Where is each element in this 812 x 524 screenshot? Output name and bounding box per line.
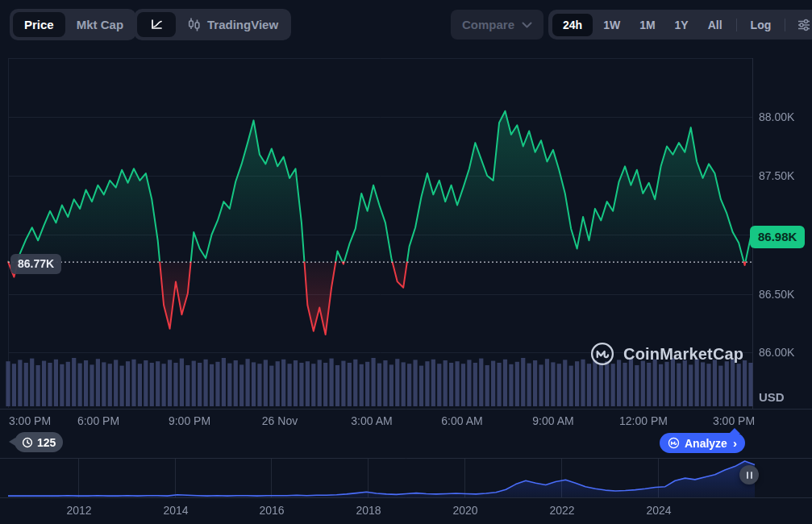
price-mktcap-toggle: Price Mkt Cap <box>10 9 136 40</box>
analyze-cmc-logo-icon <box>668 437 680 449</box>
range-1w-button[interactable]: 1W <box>594 14 629 36</box>
time-axis-tick: 3:00 PM <box>713 414 755 427</box>
time-axis-tick: 9:00 PM <box>169 414 210 427</box>
minimap-year-tick: 2022 <box>549 504 574 517</box>
chart-settings-button[interactable] <box>790 13 812 37</box>
candlestick-icon <box>187 17 201 32</box>
tradingview-label: TradingView <box>207 18 278 31</box>
price-axis-tick: 86.50K <box>759 288 794 301</box>
price-tab[interactable]: Price <box>13 12 65 37</box>
time-axis-tick: 26 Nov <box>262 414 298 427</box>
analyze-button[interactable]: Analyze › <box>660 433 745 453</box>
range-1y-button[interactable]: 1Y <box>666 14 697 36</box>
minimap-year-tick: 2016 <box>259 504 284 517</box>
mktcap-tab[interactable]: Mkt Cap <box>67 18 133 31</box>
compare-button[interactable]: Compare <box>451 10 543 40</box>
time-axis-tick: 3:00 PM <box>9 414 51 427</box>
divider <box>785 19 785 31</box>
history-minimap-region[interactable] <box>8 458 755 498</box>
range-all-button[interactable]: All <box>699 14 731 36</box>
time-axis-tick: 6:00 AM <box>441 414 482 427</box>
range-1m-button[interactable]: 1M <box>631 14 664 36</box>
currency-label: USD <box>759 390 785 404</box>
range-24h-button[interactable]: 24h <box>552 14 593 36</box>
line-chart-type-button[interactable] <box>137 12 176 37</box>
chart-page: Price Mkt Cap TradingView Com <box>0 0 812 524</box>
chart-type-toggle: TradingView <box>134 9 291 40</box>
time-axis-tick: 9:00 AM <box>532 414 573 427</box>
price-tab-label: Price <box>24 18 54 31</box>
baseline-price-badge: 86.77K <box>10 254 61 274</box>
price-axis-tick: 88.00K <box>759 110 794 123</box>
price-axis-tick: 87.50K <box>759 169 794 182</box>
time-range-group: 24h 1W 1M 1Y All Log <box>548 10 812 40</box>
time-axis-tick: 12:00 PM <box>619 414 668 427</box>
chevron-right-icon: › <box>733 436 737 450</box>
compare-label: Compare <box>462 18 514 31</box>
current-price-badge: 86.98K <box>750 226 805 248</box>
minimap-year-tick: 2014 <box>163 504 188 517</box>
sliders-icon <box>797 18 811 32</box>
time-axis-tick: 3:00 AM <box>351 414 392 427</box>
divider <box>736 19 737 31</box>
minimap-range-handle[interactable] <box>739 465 759 484</box>
main-chart-region[interactable] <box>8 58 752 408</box>
price-axis-tick: 86.00K <box>759 346 794 359</box>
bar-history-badge[interactable]: 125 <box>15 432 63 452</box>
minimap-year-tick: 2024 <box>646 504 671 517</box>
bar-history-count: 125 <box>37 436 56 449</box>
analyze-label: Analyze <box>685 437 727 450</box>
clock-history-icon <box>22 437 33 448</box>
minimap-year-tick: 2018 <box>356 504 381 517</box>
chevron-down-icon <box>522 22 532 28</box>
mktcap-tab-label: Mkt Cap <box>77 18 123 31</box>
minimap-year-tick: 2020 <box>452 504 477 517</box>
line-chart-icon <box>149 17 164 32</box>
minimap-year-tick: 2012 <box>66 504 91 517</box>
candlestick-tradingview-button[interactable]: TradingView <box>177 17 288 32</box>
log-scale-button[interactable]: Log <box>742 14 781 36</box>
time-axis-tick: 6:00 PM <box>77 414 119 427</box>
